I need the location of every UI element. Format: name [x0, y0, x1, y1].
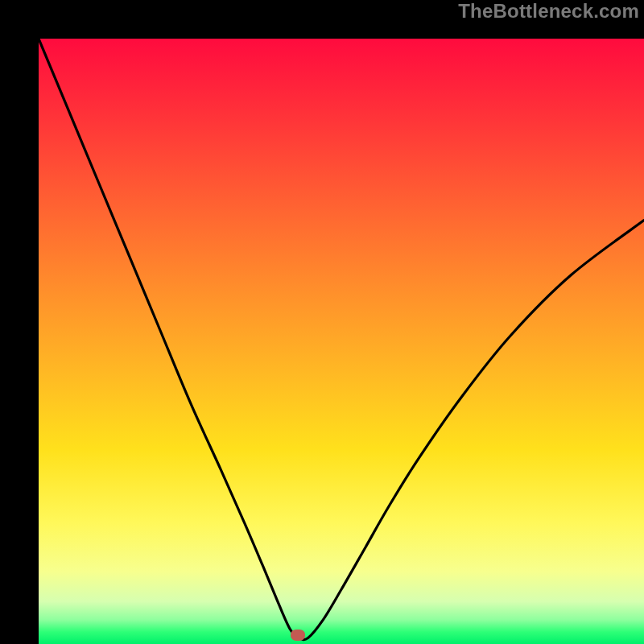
optimal-marker [291, 630, 305, 641]
chart-frame [0, 0, 644, 644]
watermark-text: TheBottleneck.com [458, 0, 639, 23]
plot-area [39, 39, 644, 644]
bottleneck-curve [39, 39, 644, 644]
